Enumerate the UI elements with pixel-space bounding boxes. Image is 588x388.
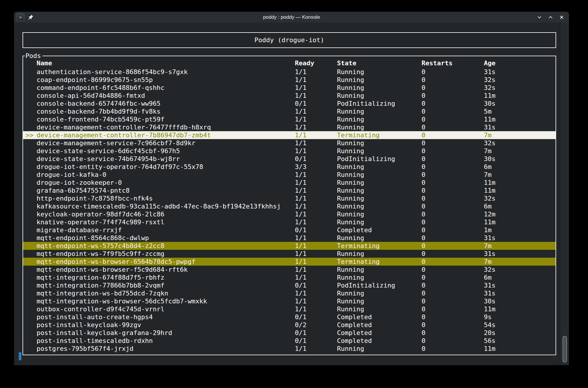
pod-age-cell: 31s [484,68,496,76]
pods-panel: Pods NameReadyStateRestartsAge authentic… [23,56,556,355]
selected-row-marker: >> [26,131,34,139]
pod-state-cell: PodInitializing [337,155,395,163]
pod-ready-cell: 0/2 [295,321,307,329]
window-controls [536,12,565,23]
pod-ready-cell: 1/1 [295,305,307,313]
pod-row[interactable]: post-install-keycloak-99zgv0/2Completed0… [23,321,556,329]
pod-row[interactable]: device-state-service-6d6cf45cbf-967h51/1… [23,147,556,155]
pod-row[interactable]: keycloak-operator-98df7dc46-2lc861/1Runn… [23,210,556,218]
minimize-button[interactable] [536,14,543,20]
column-header-name: Name [37,59,52,67]
pod-ready-cell: 0/1 [295,226,307,234]
pod-row[interactable]: >>device-management-controller-7b86947db… [23,131,556,139]
app-title-box: Poddy (drogue-iot) [23,32,556,48]
pod-name-cell: device-management-controller-7b86947db7-… [37,131,211,139]
column-header-ready: Ready [295,59,314,67]
pod-name-cell: outbox-controller-d9f4c745d-vrnrl [37,305,164,313]
pod-row[interactable]: grafana-6b75475574-pntc81/1Running011m [23,187,556,194]
pod-restarts-cell: 0 [422,274,425,281]
pod-state-cell: Running [337,163,364,171]
pod-state-cell: Running [337,76,364,84]
pod-name-cell: drogue-iot-kafka-0 [37,171,106,179]
pod-row[interactable]: drogue-iot-kafka-01/1Running07m [23,171,556,179]
pod-state-cell: Running [337,92,364,100]
pod-row[interactable]: device-management-service-7c966cbf7-8d9k… [23,139,556,147]
scrollbar-thumb[interactable] [563,336,567,363]
pod-state-cell: Terminating [337,242,380,250]
pod-row[interactable]: device-management-controller-76477fffdb-… [23,123,556,131]
pod-age-cell: 7m [484,147,492,155]
pod-row[interactable]: drogue-iot-entity-operator-764d7df97c-55… [23,163,556,171]
pod-ready-cell: 1/1 [295,210,307,218]
pod-row[interactable]: kafkasource-timescaledb-93ca115c-adbd-47… [23,202,556,210]
pod-name-cell: console-frontend-74bcb5459c-pt59f [37,115,164,123]
pod-row[interactable]: mqtt-endpoint-ws-browser-f5c9d684-rft6k1… [23,266,556,274]
titlebar-left-icons: > [17,12,33,23]
pod-row[interactable]: mqtt-integration-77866b7bb8-2vqmf0/1PodI… [23,281,556,289]
pin-icon[interactable] [27,14,33,20]
pod-name-cell: kafkasource-timescaledb-93ca115c-adbd-47… [37,202,281,210]
pod-row[interactable]: mqtt-endpoint-8564c868c-dwlwp1/1Running0… [23,234,556,242]
pod-row[interactable]: drogue-iot-zookeeper-01/1Running011m [23,179,556,187]
pod-restarts-cell: 0 [422,321,425,329]
pod-restarts-cell: 0 [422,210,425,218]
pod-row[interactable]: console-api-56d74b4886-fmtxd1/1Running01… [23,92,556,100]
pod-row[interactable]: mqtt-endpoint-ws-7f9fb5c9ff-zccmg1/1Runn… [23,250,556,258]
pod-ready-cell: 1/1 [295,76,307,84]
pod-row[interactable]: post-install-auto-create-hgps40/1Complet… [23,313,556,321]
pod-ready-cell: 0/1 [295,155,307,163]
pod-name-cell: mqtt-endpoint-ws-browser-f5c9d684-rft6k [37,266,188,274]
pod-age-cell: 32s [484,266,496,274]
pod-age-cell: 32s [484,139,496,147]
pod-row[interactable]: mqtt-integration-674f88d7f5-rbhfz1/1Runn… [23,274,556,281]
pod-row[interactable]: coap-endpoint-86999c9675-sn55p1/1Running… [23,76,556,84]
pod-restarts-cell: 0 [422,194,425,202]
pod-age-cell: 56s [484,337,496,345]
maximize-button[interactable] [547,14,554,20]
pod-age-cell: 1m [484,226,492,234]
pod-row[interactable]: console-frontend-74bcb5459c-pt59f1/1Runn… [23,115,556,123]
pod-name-cell: mqtt-endpoint-ws-browser-6564b78dc5-pwpg… [37,258,195,266]
pod-row[interactable]: mqtt-integration-ws-browser-56dc5fcdb7-w… [23,297,556,305]
pod-row[interactable]: command-endpoint-6fc5488b6f-qshhc1/1Runn… [23,84,556,92]
pod-age-cell: 20s [484,329,496,337]
pod-name-cell: migrate-database-rrxjf [37,226,122,234]
pod-row[interactable]: post-install-timescaledb-rdxhn0/1Complet… [23,337,556,345]
pod-row[interactable]: migrate-database-rrxjf0/1Completed01m [23,226,556,234]
pod-restarts-cell: 0 [422,281,425,289]
pod-state-cell: Running [337,187,364,194]
pod-row[interactable]: authentication-service-8686f54bc9-s7gxk1… [23,68,556,76]
pod-row[interactable]: console-backend-6574746fbc-ww9650/1PodIn… [23,100,556,107]
pod-restarts-cell: 0 [422,68,425,76]
terminal-app-icon[interactable]: > [17,13,24,21]
pod-row[interactable]: outbox-controller-d9f4c745d-vrnrl1/1Runn… [23,305,556,313]
pod-ready-cell: 3/3 [295,163,307,171]
pod-row[interactable]: http-endpoint-7c8758fbcc-nfk4s1/1Running… [23,194,556,202]
pod-restarts-cell: 0 [422,155,425,163]
pod-row[interactable]: console-backend-7bb4bd9f9d-fv8ks1/1Runni… [23,107,556,115]
pod-row[interactable]: mqtt-endpoint-ws-5757c4b8d4-z2cc81/1Term… [23,242,556,250]
pod-restarts-cell: 0 [422,218,425,226]
pod-name-cell: post-install-auto-create-hgps4 [37,313,153,321]
scrollbar-track[interactable] [560,23,569,365]
pod-ready-cell: 1/1 [295,297,307,305]
pod-ready-cell: 1/1 [295,202,307,210]
pod-row[interactable]: device-state-service-74b674954b-wj8rr0/1… [23,155,556,163]
pod-age-cell: 6m [484,163,492,171]
pod-restarts-cell: 0 [422,345,425,353]
pod-ready-cell: 1/1 [295,266,307,274]
pod-name-cell: mqtt-endpoint-ws-7f9fb5c9ff-zccmg [37,250,164,258]
pod-row[interactable]: knative-operator-7f4f74c989-rsxtl1/1Runn… [23,218,556,226]
pod-age-cell: 11m [484,179,496,187]
pod-row[interactable]: post-install-keycloak-grafana-29hrd0/1Co… [23,329,556,337]
pod-row[interactable]: postgres-795bf567f4-jrxjd1/1Running011m [23,345,556,353]
pod-age-cell: 7m [484,131,492,139]
pod-state-cell: Completed [337,226,372,234]
pod-row[interactable]: mqtt-integration-ws-bd755dcd-7zqkn1/1Run… [23,289,556,297]
pod-state-cell: Running [337,305,364,313]
pod-ready-cell: 1/1 [295,139,307,147]
pod-row[interactable]: mqtt-endpoint-ws-browser-6564b78dc5-pwpg… [23,258,556,266]
close-button[interactable] [558,14,565,20]
pod-age-cell: 5m [484,107,492,115]
pod-state-cell: Running [337,289,364,297]
